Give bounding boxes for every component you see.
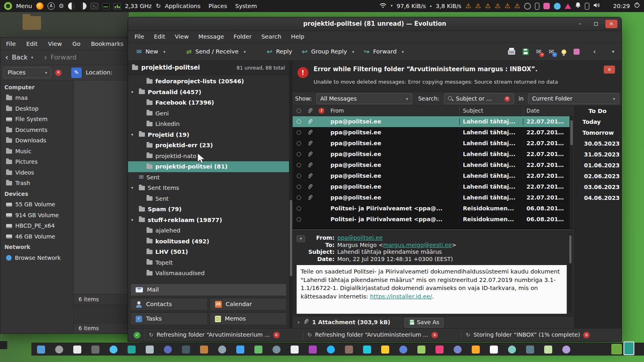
unread-icon[interactable] xyxy=(297,195,301,200)
sidebar-item-55gb[interactable]: 55 GB Volume xyxy=(0,200,73,210)
save-as-button[interactable]: Save As xyxy=(405,318,444,327)
sidebar-item-music[interactable]: Music xyxy=(0,146,73,157)
previous-message-button[interactable]: ‹ xyxy=(593,47,596,56)
todo-item-date[interactable]: 02.06.2023 xyxy=(574,171,621,182)
todo-item-date[interactable]: 30.05.2023 xyxy=(574,138,621,149)
taskbar-app-icon[interactable] xyxy=(562,346,570,354)
taskbar-app-icon[interactable] xyxy=(272,346,281,354)
switcher-contacts-button[interactable]: Contacts xyxy=(130,298,208,311)
taskbar-app-icon[interactable] xyxy=(55,346,63,354)
taskbar-app-icon[interactable] xyxy=(526,346,534,354)
scrollbar-thumb[interactable] xyxy=(569,235,572,263)
menu-search[interactable]: Search xyxy=(261,33,281,40)
folder-tree-item[interactable]: Topelt xyxy=(128,257,289,268)
read-status-column-icon[interactable] xyxy=(297,109,301,113)
power-icon[interactable] xyxy=(634,2,640,10)
preview-scrollbar[interactable] xyxy=(568,234,572,312)
importance-button[interactable] xyxy=(561,49,566,54)
desktop-folder-icon[interactable] xyxy=(23,16,41,30)
sidebar-item-videos[interactable]: Videos xyxy=(0,167,73,178)
save-button[interactable] xyxy=(522,49,529,55)
todo-item-date[interactable]: 31.05.2023 xyxy=(574,149,621,160)
taskbar-app-icon[interactable] xyxy=(109,346,118,354)
print-button[interactable] xyxy=(508,50,515,55)
todo-item-date[interactable]: 01.06.2023 xyxy=(574,160,621,171)
taskbar-app-icon[interactable] xyxy=(544,346,552,354)
fm-menu-go[interactable]: Go xyxy=(72,40,80,47)
unread-icon[interactable] xyxy=(297,185,301,189)
expander-icon[interactable]: ▾ xyxy=(131,218,136,223)
folder-tree-item[interactable]: projektid-nato xyxy=(128,151,289,162)
label-button[interactable] xyxy=(574,49,580,55)
firefox-icon[interactable] xyxy=(36,2,43,10)
switcher-calendar-button[interactable]: 28Calendar xyxy=(210,298,287,311)
chevron-down-icon[interactable]: ▾ xyxy=(163,49,165,54)
folder-tree-item[interactable]: ▾Sent Items xyxy=(128,183,289,193)
show-filter-combo[interactable]: All Messages ▾ xyxy=(316,93,412,104)
send-receive-button[interactable]: ⇄ Send / Receive ▾ xyxy=(183,45,250,59)
group-reply-button[interactable]: ↩ Group Reply ▾ xyxy=(298,45,358,59)
expander-icon[interactable]: ▾ xyxy=(131,185,136,191)
recipient-link[interactable]: margus.meigo@eesti.ee xyxy=(383,242,452,248)
alert-tray-icon[interactable]: ⚠ xyxy=(465,2,471,10)
cancel-activity-button[interactable]: × xyxy=(583,332,590,338)
places-combo[interactable]: Places ▾ xyxy=(4,67,51,78)
folder-tree-item[interactable]: LHV (501) xyxy=(128,247,289,257)
folder-tree-item[interactable]: ✉Sent xyxy=(128,172,289,183)
folder-tree-item[interactable]: Geni xyxy=(128,108,289,119)
folder-tree-scrollbar[interactable] xyxy=(289,61,293,328)
menu-message[interactable]: Message xyxy=(198,33,224,40)
taskbar-app-icon[interactable] xyxy=(508,346,516,354)
unread-icon[interactable] xyxy=(297,206,301,211)
expander-icon[interactable]: ▾ xyxy=(131,90,136,95)
alert-tray-icon[interactable]: ⚠ xyxy=(514,2,520,10)
switcher-memos-button[interactable]: Memos xyxy=(210,313,287,325)
applications-menu[interactable]: Applications xyxy=(165,2,201,10)
show-desktop-button[interactable] xyxy=(611,344,622,354)
app-icon[interactable] xyxy=(79,2,87,10)
pink-app-tray-icon[interactable] xyxy=(543,3,550,9)
taskbar-app-icon[interactable] xyxy=(291,346,299,354)
unread-icon[interactable] xyxy=(297,217,301,222)
cancel-activity-button[interactable]: × xyxy=(273,332,280,338)
taskbar-app-icon[interactable] xyxy=(454,346,462,354)
folder-tree-item[interactable]: ▾Projetid (19) xyxy=(128,130,289,140)
unread-icon[interactable] xyxy=(297,119,301,124)
active-window-indicator[interactable] xyxy=(623,341,634,355)
todo-item-date[interactable]: 03.06.2023 xyxy=(574,182,621,193)
sidebar-item-46gb[interactable]: 46 GB Volume xyxy=(0,231,73,242)
app-launcher-icon[interactable]: A xyxy=(47,2,55,10)
taskbar-app-icon[interactable] xyxy=(236,346,244,354)
message-row[interactable]: ppa@politsei.eeLahendi tähtaj...22.07.20… xyxy=(293,181,573,192)
folder-tree-item[interactable]: Linkedin xyxy=(128,119,289,130)
places-menu[interactable]: Places xyxy=(208,2,227,10)
mate-menu-icon[interactable] xyxy=(4,2,12,10)
taskbar-app-icon[interactable] xyxy=(309,346,317,354)
menu-view[interactable]: View xyxy=(175,33,188,40)
cpu-graph-icon[interactable] xyxy=(114,3,121,9)
sidebar-item-hbcd[interactable]: HBCD_PE_x64 xyxy=(0,221,73,232)
taskbar-app-icon[interactable] xyxy=(37,346,45,354)
sidebar-item-file-system[interactable]: File System xyxy=(0,114,73,125)
attachment-expander-icon[interactable]: › xyxy=(297,319,300,326)
maximize-button[interactable] xyxy=(590,20,602,28)
sidebar-item-914gb[interactable]: 914 GB Volume xyxy=(0,210,73,221)
error-close-button[interactable]: × xyxy=(604,66,615,74)
message-row[interactable]: ppa@politsei.eeLahendi tähtaj...22.07.20… xyxy=(293,138,573,149)
switcher-tasks-button[interactable]: ✓Tasks xyxy=(130,313,208,325)
menu-file[interactable]: File xyxy=(134,33,144,40)
terminal-icon[interactable]: >_ xyxy=(91,3,98,9)
sidebar-item-trash[interactable]: Trash xyxy=(0,178,73,189)
body-link[interactable]: https://installer.id.ee/ xyxy=(370,293,432,300)
menu-edit[interactable]: Edit xyxy=(154,33,165,40)
folder-tree-item[interactable]: Sent xyxy=(128,193,289,204)
sidebar-item-maa[interactable]: maa xyxy=(0,93,73,104)
alert-tray-icon[interactable]: ⚠ xyxy=(485,2,491,10)
forward-button[interactable]: Forward xyxy=(51,53,76,62)
unread-icon[interactable] xyxy=(297,141,301,146)
taskbar-app-icon[interactable] xyxy=(128,346,136,354)
forward-icon[interactable]: › xyxy=(44,53,47,62)
back-icon[interactable]: ‹ xyxy=(5,53,8,62)
taskbar-app-icon[interactable] xyxy=(345,346,353,354)
folder-tree-item[interactable]: koolitused (492) xyxy=(128,236,289,247)
